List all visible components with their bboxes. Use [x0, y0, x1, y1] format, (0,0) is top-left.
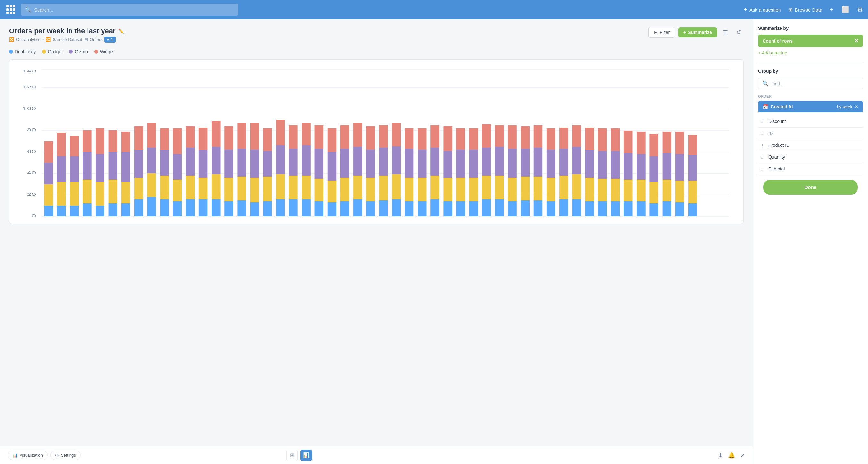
- topnav: 🔍 ✦ Ask a question ⊞ Browse Data + ⬜ ⚙: [0, 0, 868, 19]
- svg-rect-195: [611, 128, 620, 151]
- breadcrumb-orders-icon: ⊞: [84, 37, 88, 42]
- svg-rect-105: [328, 181, 336, 202]
- svg-text:60: 60: [27, 149, 36, 154]
- svg-rect-176: [559, 199, 568, 216]
- divider-1: [758, 63, 863, 63]
- settings-icon[interactable]: ⚙: [857, 6, 863, 13]
- breadcrumb-orders-label[interactable]: Orders: [90, 37, 102, 42]
- svg-rect-204: [649, 204, 658, 216]
- svg-rect-76: [237, 200, 246, 216]
- legend-dot-widget: [94, 50, 98, 54]
- svg-rect-179: [559, 127, 568, 149]
- group-search[interactable]: 🔍: [758, 78, 863, 89]
- svg-rect-172: [547, 201, 555, 216]
- svg-rect-129: [405, 178, 413, 201]
- svg-rect-24: [70, 206, 79, 216]
- svg-rect-44: [134, 199, 143, 216]
- svg-rect-200: [637, 201, 645, 216]
- table-view-button[interactable]: ⊞: [286, 450, 298, 461]
- svg-rect-26: [70, 156, 79, 182]
- svg-rect-211: [662, 132, 671, 153]
- svg-rect-130: [405, 149, 413, 178]
- remove-created-at-icon[interactable]: ✕: [855, 104, 858, 109]
- topnav-right: ✦ Ask a question ⊞ Browse Data + ⬜ ⚙: [743, 6, 863, 13]
- svg-rect-198: [624, 153, 632, 180]
- svg-rect-123: [379, 125, 388, 148]
- done-button[interactable]: Done: [763, 180, 858, 194]
- group-item-quantity[interactable]: # Quantity: [758, 151, 863, 163]
- bar-view-button[interactable]: 📊: [300, 450, 312, 461]
- group-item-discount[interactable]: # Discount: [758, 116, 863, 127]
- svg-rect-191: [598, 128, 607, 151]
- svg-rect-32: [95, 206, 104, 216]
- settings-button[interactable]: ⚙ Settings: [50, 451, 81, 460]
- svg-rect-216: [688, 204, 697, 216]
- search-bar[interactable]: 🔍: [21, 3, 239, 16]
- svg-rect-127: [392, 123, 401, 147]
- save-icon[interactable]: ⬜: [841, 6, 849, 13]
- svg-rect-161: [508, 178, 516, 201]
- product-id-label: Product ID: [768, 143, 789, 148]
- search-input[interactable]: [34, 7, 234, 12]
- svg-rect-153: [482, 176, 491, 199]
- breadcrumb-dataset-label[interactable]: Sample Dataset: [53, 37, 82, 42]
- legend-gizmo: Gizmo: [69, 49, 88, 54]
- refresh-button[interactable]: ↺: [734, 28, 744, 37]
- svg-rect-144: [457, 201, 465, 216]
- svg-rect-178: [559, 149, 568, 176]
- edit-title-icon[interactable]: ✏️: [118, 29, 124, 34]
- subtotal-hash-icon: #: [760, 167, 765, 172]
- share-icon[interactable]: ↗: [740, 452, 745, 459]
- browse-data-link[interactable]: ⊞ Browse Data: [788, 7, 822, 12]
- svg-text:120: 120: [23, 85, 36, 89]
- group-search-input[interactable]: [771, 81, 859, 86]
- visualization-button[interactable]: 📊 Visualization: [8, 451, 48, 460]
- add-metric-button[interactable]: + Add a metric: [758, 50, 863, 56]
- group-item-product-id[interactable]: ⋮ Product ID: [758, 140, 863, 151]
- svg-rect-207: [649, 134, 658, 156]
- bar-chart-icon: 📊: [12, 453, 18, 458]
- add-icon[interactable]: +: [830, 6, 834, 13]
- svg-rect-175: [547, 128, 555, 150]
- breadcrumb-analytics[interactable]: 🔀: [9, 37, 14, 42]
- group-item-subtotal[interactable]: # Subtotal: [758, 163, 863, 175]
- page-title: Orders per week in the last year: [9, 27, 116, 35]
- svg-rect-162: [508, 149, 516, 178]
- svg-rect-149: [469, 178, 478, 201]
- svg-text:100: 100: [23, 106, 36, 111]
- svg-rect-163: [508, 125, 516, 149]
- alert-icon[interactable]: 🔔: [728, 452, 735, 459]
- breadcrumb: 🔀 Our analytics • 🔀 Sample Dataset ⊞ Ord…: [9, 36, 124, 42]
- remove-count-icon[interactable]: ✕: [854, 38, 858, 44]
- svg-rect-181: [572, 174, 581, 199]
- svg-rect-106: [328, 152, 336, 181]
- svg-rect-61: [186, 176, 194, 199]
- svg-rect-82: [250, 150, 259, 178]
- svg-rect-21: [57, 182, 66, 206]
- sort-button[interactable]: ☰: [720, 28, 731, 37]
- search-icon: 🔍: [25, 7, 31, 13]
- svg-rect-154: [482, 148, 491, 176]
- app-logo[interactable]: [5, 4, 17, 16]
- download-icon[interactable]: ⬇: [718, 452, 723, 459]
- right-panel: Summarize by Count of rows ✕ + Add a met…: [753, 19, 868, 464]
- filter-button[interactable]: ⊟ Filter: [648, 27, 675, 38]
- created-at-chip[interactable]: 📅 Created At by week ✕: [758, 101, 863, 113]
- toolbar-center: ⊞ 📊: [286, 450, 312, 461]
- summarize-button[interactable]: + Summarize: [678, 27, 717, 37]
- ask-question-link[interactable]: ✦ Ask a question: [743, 7, 781, 12]
- svg-rect-19: [44, 141, 53, 163]
- legend-widget: Widget: [94, 49, 114, 54]
- svg-rect-27: [70, 136, 79, 156]
- count-of-rows-chip[interactable]: Count of rows ✕: [758, 35, 863, 47]
- svg-rect-77: [237, 177, 246, 200]
- toolbar-left: 📊 Visualization ⚙ Settings: [8, 451, 81, 460]
- breadcrumb-analytics-label[interactable]: Our analytics: [16, 37, 40, 42]
- search-icon-group: 🔍: [762, 81, 769, 87]
- svg-rect-28: [83, 204, 91, 216]
- svg-rect-51: [147, 123, 156, 148]
- filter-badge[interactable]: ≡ 1: [104, 36, 116, 42]
- svg-text:April, 2019: April, 2019: [406, 219, 445, 220]
- group-item-id[interactable]: # ID: [758, 127, 863, 140]
- svg-rect-101: [315, 179, 323, 201]
